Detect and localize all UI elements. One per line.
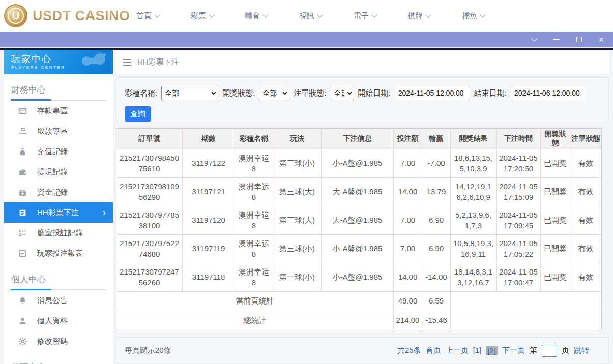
sidebar-item[interactable]: 個人資料	[4, 311, 113, 331]
cell-play: 第三球(大)	[273, 178, 322, 206]
nav-item[interactable]: 棋牌	[407, 11, 430, 21]
sidebar-item[interactable]: 玩家投注報表	[4, 243, 113, 263]
withdraw-icon	[18, 127, 27, 136]
table-total-row: 當前頁統計49.006.59	[116, 292, 602, 311]
nav-item-label: 體育	[245, 11, 260, 21]
sidebar-item[interactable]: HH彩票下注›	[4, 202, 113, 223]
end-date-input[interactable]	[511, 86, 586, 100]
cell-win-loss: 6.90	[422, 206, 451, 235]
draw-status-select[interactable]: 全部	[259, 86, 289, 100]
total-empty	[451, 311, 602, 330]
order-status-select[interactable]: 全部	[331, 86, 354, 100]
lottery-icon	[18, 208, 27, 217]
report-icon	[18, 249, 27, 258]
nav-item-label: 捕魚	[462, 11, 477, 21]
sidebar-header: 玩家中心 PLAYERS CENTER	[4, 50, 113, 74]
app-window: U USDT CASINO 首頁彩票體育視訊電子棋牌捕魚 × 玩家中心 PLAY…	[0, 0, 613, 364]
sidebar-item[interactable]: 提現記錄	[4, 162, 113, 182]
cell-draw-status: 已開獎	[541, 178, 570, 206]
coin-logo-icon: U	[4, 4, 27, 27]
minimize-icon[interactable]	[549, 34, 564, 46]
cell-lottery: 澳洲幸运8	[235, 149, 273, 178]
goto-page-input[interactable]	[542, 345, 557, 357]
total-bet-amount: 49.00	[394, 292, 422, 311]
close-icon[interactable]: ×	[594, 34, 609, 46]
end-date-label: 結束日期:	[474, 88, 507, 98]
column-header: 玩法	[273, 129, 322, 149]
chevron-down-icon	[426, 12, 431, 17]
sidebar-item[interactable]: 廳室投註記錄	[4, 223, 113, 243]
column-header: 下注時間	[497, 129, 541, 149]
goto-button[interactable]: 跳转	[574, 346, 589, 355]
column-header: 下注信息	[322, 129, 394, 149]
total-empty	[451, 292, 602, 311]
hall-records-icon	[18, 229, 27, 237]
cell-order-no: 2152173079752274680	[116, 235, 183, 263]
table-body: 215217307984507561031197122澳洲幸运8第三球(小)小-…	[116, 149, 602, 330]
sidebar-item[interactable]: 存款專區	[4, 101, 113, 121]
lottery-name-select[interactable]: 全部	[161, 86, 218, 100]
nav-item[interactable]: 捕魚	[462, 11, 485, 21]
current-page-indicator[interactable]: [2]	[486, 346, 498, 355]
column-header: 彩種名稱	[235, 129, 273, 149]
table-row: 215217307984507561031197122澳洲幸运8第三球(小)小-…	[116, 149, 602, 178]
cell-play: 第三球(小)	[273, 235, 322, 263]
window-chevron-down-icon[interactable]	[527, 34, 542, 46]
sidebar-sections: 財務中心存款專區取款專區充值記錄提現記錄資金記錄HH彩票下注›廳室投註記錄玩家投…	[4, 74, 113, 364]
cell-draw-result: 10,5,8,19,3,16,9,11	[451, 235, 497, 263]
sidebar-item[interactable]: 取款專區	[4, 121, 113, 141]
cell-draw-status: 已開獎	[541, 263, 570, 292]
sidebar-item-label: 取款專區	[37, 127, 106, 136]
column-header: 開獎狀態	[541, 129, 570, 149]
cell-lottery: 澳洲幸运8	[235, 263, 273, 292]
cell-draw-status: 已開獎	[541, 206, 570, 235]
brand-name: USDT CASINO	[33, 8, 130, 24]
brand-logo[interactable]: U USDT CASINO	[4, 4, 130, 27]
section-divider	[11, 100, 106, 101]
cell-win-loss: -7.00	[422, 149, 451, 178]
first-page-link[interactable]: 首页	[426, 346, 441, 355]
nav-item-label: 棋牌	[407, 11, 423, 21]
nav-item[interactable]: 電子	[354, 11, 376, 21]
filter-panel: 彩種名稱: 全部 開獎狀態: 全部 注單狀態: 全部 開始日期: 結束日期: 查…	[116, 77, 609, 122]
bet-records-table: 訂單號期數彩種名稱玩法下注信息投注額輸贏開獎結果下注時間開獎狀態注單狀態 215…	[116, 128, 602, 330]
sidebar-item-label: 提現記錄	[37, 167, 106, 177]
total-label: 當前頁統計	[116, 292, 394, 311]
sidebar-item[interactable]: 消息公告	[4, 290, 113, 311]
nav-item[interactable]: 彩票	[191, 11, 214, 21]
page-title: HH彩票下注	[137, 57, 179, 67]
chevron-down-icon	[317, 12, 323, 17]
cell-period: 31197118	[183, 263, 235, 292]
pagination: 共25条 首页 上一页 [1][2] 下一页 第 页 跳转	[397, 345, 589, 357]
search-button[interactable]: 查詢	[125, 106, 151, 122]
cell-bet-info: 大-A盤@1.985	[322, 178, 394, 206]
sidebar-item[interactable]: 充值記錄	[4, 141, 113, 162]
prev-page-link[interactable]: 上一页	[446, 346, 469, 355]
page-links: [1][2]	[473, 346, 498, 355]
nav-item-label: 首頁	[136, 11, 152, 21]
cell-bet-amount: 14.00	[394, 263, 422, 292]
table-row: 215217307972475626031197118澳洲幸运8第一球(小)小-…	[116, 263, 602, 292]
cell-bet-info: 大-A盤@1.985	[322, 206, 394, 235]
main-nav: 首頁彩票體育視訊電子棋牌捕魚	[136, 0, 485, 32]
next-page-link[interactable]: 下一页	[502, 346, 525, 355]
cell-draw-result: 18,6,13,15,5,10,3,9	[451, 149, 497, 178]
table-footer: 每頁顯示20條 共25条 首页 上一页 [1][2] 下一页 第 页 跳转	[116, 337, 609, 364]
recharge-icon	[18, 147, 27, 156]
hamburger-menu-icon[interactable]	[123, 59, 131, 66]
cell-order-no: 2152173079810956290	[116, 178, 183, 206]
nav-item[interactable]: 視訊	[299, 11, 322, 21]
nav-item[interactable]: 首頁	[136, 11, 159, 21]
maximize-icon[interactable]	[571, 34, 587, 46]
nav-item[interactable]: 體育	[245, 11, 268, 21]
table-header-row: 訂單號期數彩種名稱玩法下注信息投注額輸贏開獎結果下注時間開獎狀態注單狀態	[116, 129, 602, 149]
sidebar-item[interactable]: 資金記錄	[4, 182, 113, 202]
nav-item-label: 視訊	[299, 11, 314, 21]
cell-play: 第三球(小)	[273, 149, 322, 178]
cell-lottery: 澳洲幸运8	[235, 206, 273, 235]
start-date-input[interactable]	[395, 86, 470, 100]
sidebar-item[interactable]: 修改密碼	[4, 331, 113, 351]
page-number-link[interactable]: [1]	[473, 346, 482, 355]
total-label: 總統計	[116, 311, 394, 330]
cell-bet-amount: 7.00	[394, 206, 422, 235]
